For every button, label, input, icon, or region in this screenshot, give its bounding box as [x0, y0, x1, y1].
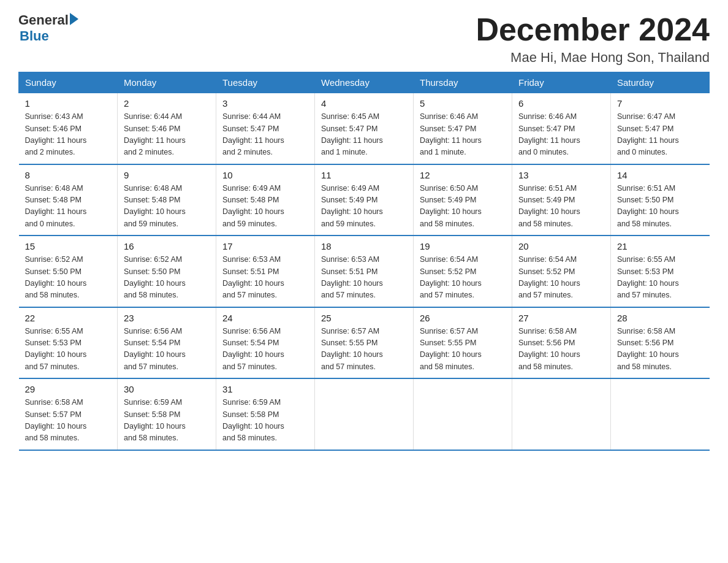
day-number: 20: [518, 241, 604, 251]
day-info: Sunrise: 6:46 AMSunset: 5:47 PMDaylight:…: [420, 111, 506, 159]
day-info: Sunrise: 6:52 AMSunset: 5:50 PMDaylight:…: [25, 254, 112, 302]
calendar-cell: 9Sunrise: 6:48 AMSunset: 5:48 PMDaylight…: [118, 164, 216, 236]
day-number: 25: [321, 313, 407, 323]
logo-text-general: General: [18, 12, 69, 28]
day-info: Sunrise: 6:56 AMSunset: 5:54 PMDaylight:…: [222, 326, 308, 373]
calendar-cell: 7Sunrise: 6:47 AMSunset: 5:47 PMDaylight…: [611, 93, 710, 164]
day-number: 10: [222, 170, 308, 180]
calendar-cell: 1Sunrise: 6:43 AMSunset: 5:46 PMDaylight…: [19, 93, 118, 164]
calendar-cell: 11Sunrise: 6:49 AMSunset: 5:49 PMDayligh…: [315, 164, 414, 236]
calendar-cell: 20Sunrise: 6:54 AMSunset: 5:52 PMDayligh…: [512, 236, 611, 307]
day-number: 11: [321, 170, 407, 180]
day-info: Sunrise: 6:56 AMSunset: 5:54 PMDaylight:…: [124, 326, 210, 373]
calendar-cell: 27Sunrise: 6:58 AMSunset: 5:56 PMDayligh…: [512, 307, 611, 379]
calendar-cell: [315, 378, 414, 450]
day-info: Sunrise: 6:52 AMSunset: 5:50 PMDaylight:…: [124, 254, 210, 302]
calendar-cell: 30Sunrise: 6:59 AMSunset: 5:58 PMDayligh…: [118, 378, 216, 450]
calendar-header-row: SundayMondayTuesdayWednesdayThursdayFrid…: [19, 72, 710, 93]
day-info: Sunrise: 6:49 AMSunset: 5:48 PMDaylight:…: [222, 183, 308, 231]
calendar-cell: 24Sunrise: 6:56 AMSunset: 5:54 PMDayligh…: [216, 307, 315, 379]
calendar-week-row: 15Sunrise: 6:52 AMSunset: 5:50 PMDayligh…: [19, 236, 710, 307]
calendar-cell: 26Sunrise: 6:57 AMSunset: 5:55 PMDayligh…: [414, 307, 512, 379]
day-number: 12: [420, 170, 506, 180]
day-number: 4: [321, 98, 407, 109]
day-info: Sunrise: 6:47 AMSunset: 5:47 PMDaylight:…: [617, 111, 703, 159]
calendar-cell: [512, 378, 611, 450]
day-number: 17: [222, 241, 308, 251]
day-info: Sunrise: 6:44 AMSunset: 5:46 PMDaylight:…: [124, 111, 210, 159]
calendar-week-row: 1Sunrise: 6:43 AMSunset: 5:46 PMDaylight…: [19, 93, 710, 164]
day-number: 19: [420, 241, 506, 251]
weekday-header-friday: Friday: [512, 72, 611, 93]
day-number: 21: [617, 241, 703, 251]
calendar-cell: 21Sunrise: 6:55 AMSunset: 5:53 PMDayligh…: [611, 236, 710, 307]
calendar-cell: 15Sunrise: 6:52 AMSunset: 5:50 PMDayligh…: [19, 236, 118, 307]
day-number: 22: [25, 313, 112, 323]
day-number: 15: [25, 241, 112, 251]
day-info: Sunrise: 6:48 AMSunset: 5:48 PMDaylight:…: [124, 183, 210, 231]
day-info: Sunrise: 6:55 AMSunset: 5:53 PMDaylight:…: [617, 254, 703, 302]
day-info: Sunrise: 6:59 AMSunset: 5:58 PMDaylight:…: [222, 397, 308, 445]
day-info: Sunrise: 6:51 AMSunset: 5:50 PMDaylight:…: [617, 183, 703, 231]
day-number: 16: [124, 241, 210, 251]
day-number: 23: [124, 313, 210, 323]
weekday-header-sunday: Sunday: [19, 72, 118, 93]
logo-text-blue: Blue: [20, 28, 78, 44]
day-number: 31: [222, 384, 308, 394]
calendar-cell: 16Sunrise: 6:52 AMSunset: 5:50 PMDayligh…: [118, 236, 216, 307]
calendar-week-row: 29Sunrise: 6:58 AMSunset: 5:57 PMDayligh…: [19, 378, 710, 450]
day-info: Sunrise: 6:54 AMSunset: 5:52 PMDaylight:…: [420, 254, 506, 302]
title-block: December 2024 Mae Hi, Mae Hong Son, Thai…: [476, 12, 710, 66]
day-number: 18: [321, 241, 407, 251]
calendar-cell: 18Sunrise: 6:53 AMSunset: 5:51 PMDayligh…: [315, 236, 414, 307]
calendar-table: SundayMondayTuesdayWednesdayThursdayFrid…: [18, 72, 710, 451]
calendar-cell: 31Sunrise: 6:59 AMSunset: 5:58 PMDayligh…: [216, 378, 315, 450]
day-info: Sunrise: 6:54 AMSunset: 5:52 PMDaylight:…: [518, 254, 604, 302]
day-info: Sunrise: 6:45 AMSunset: 5:47 PMDaylight:…: [321, 111, 407, 159]
day-number: 8: [25, 170, 112, 180]
calendar-cell: 12Sunrise: 6:50 AMSunset: 5:49 PMDayligh…: [414, 164, 512, 236]
day-info: Sunrise: 6:53 AMSunset: 5:51 PMDaylight:…: [321, 254, 407, 302]
day-number: 7: [617, 98, 703, 109]
calendar-week-row: 22Sunrise: 6:55 AMSunset: 5:53 PMDayligh…: [19, 307, 710, 379]
day-number: 1: [25, 98, 112, 109]
calendar-cell: 28Sunrise: 6:58 AMSunset: 5:56 PMDayligh…: [611, 307, 710, 379]
calendar-cell: 17Sunrise: 6:53 AMSunset: 5:51 PMDayligh…: [216, 236, 315, 307]
day-info: Sunrise: 6:57 AMSunset: 5:55 PMDaylight:…: [420, 326, 506, 373]
day-info: Sunrise: 6:46 AMSunset: 5:47 PMDaylight:…: [518, 111, 604, 159]
day-info: Sunrise: 6:58 AMSunset: 5:57 PMDaylight:…: [25, 397, 112, 445]
page-subtitle: Mae Hi, Mae Hong Son, Thailand: [476, 50, 710, 66]
calendar-cell: 2Sunrise: 6:44 AMSunset: 5:46 PMDaylight…: [118, 93, 216, 164]
day-number: 30: [124, 384, 210, 394]
weekday-header-monday: Monday: [118, 72, 216, 93]
calendar-cell: [414, 378, 512, 450]
day-number: 24: [222, 313, 308, 323]
weekday-header-saturday: Saturday: [611, 72, 710, 93]
weekday-header-thursday: Thursday: [414, 72, 512, 93]
calendar-cell: 23Sunrise: 6:56 AMSunset: 5:54 PMDayligh…: [118, 307, 216, 379]
calendar-cell: 13Sunrise: 6:51 AMSunset: 5:49 PMDayligh…: [512, 164, 611, 236]
day-info: Sunrise: 6:48 AMSunset: 5:48 PMDaylight:…: [25, 183, 112, 231]
page-header: General Blue December 2024 Mae Hi, Mae H…: [18, 12, 710, 66]
day-number: 29: [25, 384, 112, 394]
day-number: 28: [617, 313, 703, 323]
day-info: Sunrise: 6:58 AMSunset: 5:56 PMDaylight:…: [518, 326, 604, 373]
calendar-cell: [611, 378, 710, 450]
weekday-header-wednesday: Wednesday: [315, 72, 414, 93]
day-number: 14: [617, 170, 703, 180]
day-info: Sunrise: 6:49 AMSunset: 5:49 PMDaylight:…: [321, 183, 407, 231]
day-info: Sunrise: 6:55 AMSunset: 5:53 PMDaylight:…: [25, 326, 112, 373]
day-number: 2: [124, 98, 210, 109]
calendar-cell: 22Sunrise: 6:55 AMSunset: 5:53 PMDayligh…: [19, 307, 118, 379]
day-number: 13: [518, 170, 604, 180]
calendar-cell: 4Sunrise: 6:45 AMSunset: 5:47 PMDaylight…: [315, 93, 414, 164]
logo: General Blue: [18, 12, 78, 44]
calendar-cell: 6Sunrise: 6:46 AMSunset: 5:47 PMDaylight…: [512, 93, 611, 164]
day-number: 3: [222, 98, 308, 109]
day-info: Sunrise: 6:59 AMSunset: 5:58 PMDaylight:…: [124, 397, 210, 445]
calendar-cell: 19Sunrise: 6:54 AMSunset: 5:52 PMDayligh…: [414, 236, 512, 307]
day-info: Sunrise: 6:57 AMSunset: 5:55 PMDaylight:…: [321, 326, 407, 373]
day-info: Sunrise: 6:53 AMSunset: 5:51 PMDaylight:…: [222, 254, 308, 302]
day-number: 5: [420, 98, 506, 109]
day-number: 9: [124, 170, 210, 180]
